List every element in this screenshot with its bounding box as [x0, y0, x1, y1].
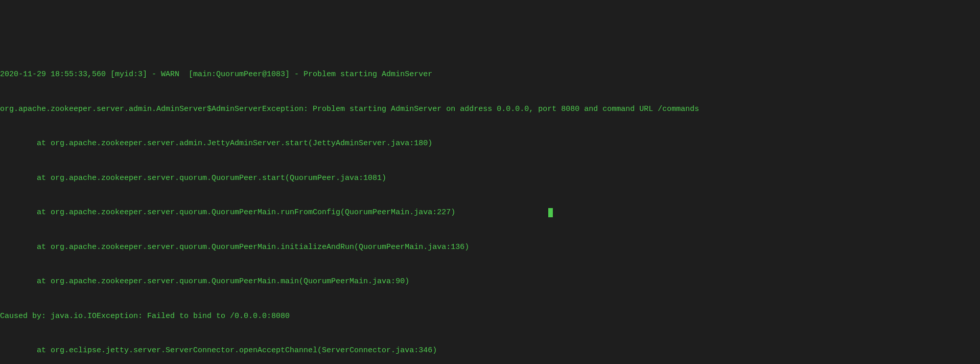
log-line: at org.apache.zookeeper.server.quorum.Qu…: [0, 207, 980, 219]
terminal-output[interactable]: 2020-11-29 18:55:33,560 [myid:3] - WARN …: [0, 46, 980, 364]
log-line: at org.apache.zookeeper.server.admin.Jet…: [0, 138, 980, 150]
log-line: at org.apache.zookeeper.server.quorum.Qu…: [0, 242, 980, 254]
log-line: at org.apache.zookeeper.server.quorum.Qu…: [0, 173, 980, 185]
log-text: at org.apache.zookeeper.server.quorum.Qu…: [0, 208, 455, 217]
log-line: at org.eclipse.jetty.server.ServerConnec…: [0, 345, 980, 357]
log-line: 2020-11-29 18:55:33,560 [myid:3] - WARN …: [0, 69, 980, 81]
cursor-icon: [548, 208, 553, 217]
log-line: org.apache.zookeeper.server.admin.AdminS…: [0, 104, 980, 116]
log-line: Caused by: java.io.IOException: Failed t…: [0, 311, 980, 323]
log-line: at org.apache.zookeeper.server.quorum.Qu…: [0, 276, 980, 288]
